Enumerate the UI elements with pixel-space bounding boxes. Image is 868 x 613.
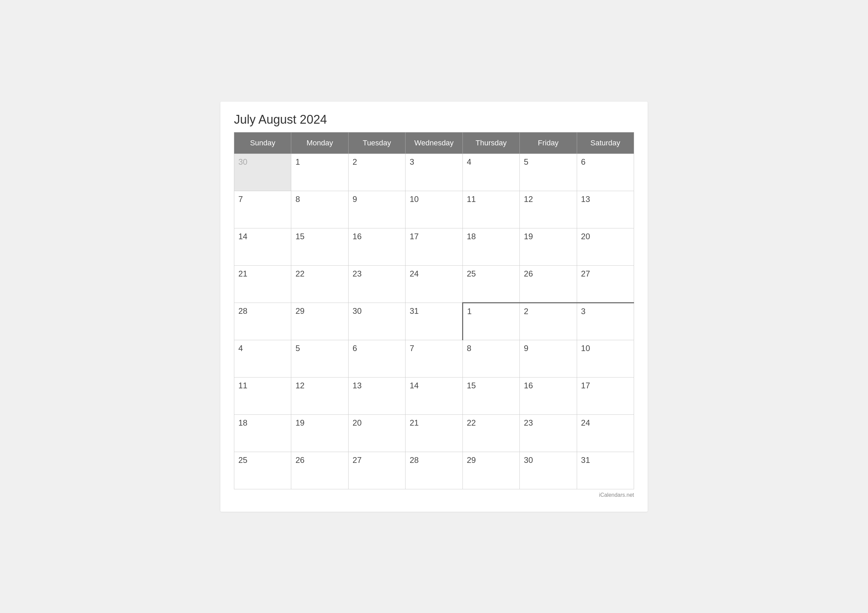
calendar-day[interactable]: 30	[520, 452, 577, 489]
calendar-day[interactable]: 20	[577, 228, 634, 265]
calendar-day[interactable]: 25	[234, 452, 291, 489]
calendar-day[interactable]: 11	[234, 377, 291, 415]
calendar-day[interactable]: 21	[406, 415, 462, 452]
calendar-day[interactable]: 26	[520, 265, 577, 303]
calendar-day[interactable]: 28	[406, 452, 462, 489]
calendar-day[interactable]: 14	[406, 377, 462, 415]
calendar-day[interactable]: 15	[291, 228, 348, 265]
calendar-day[interactable]: 30	[348, 303, 405, 340]
calendar-day[interactable]: 16	[520, 377, 577, 415]
header-cell-wednesday: Wednesday	[406, 132, 462, 153]
calendar-day[interactable]: 28	[234, 303, 291, 340]
header-cell-sunday: Sunday	[234, 132, 291, 153]
calendar-day[interactable]: 12	[520, 191, 577, 228]
calendar-day[interactable]: 7	[406, 340, 462, 377]
calendar-day[interactable]: 8	[462, 340, 519, 377]
calendar-day[interactable]: 3	[406, 153, 462, 191]
calendar-day[interactable]: 5	[520, 153, 577, 191]
calendar-day[interactable]: 18	[462, 228, 519, 265]
calendar-day[interactable]: 2	[520, 303, 577, 340]
calendar-day[interactable]: 17	[577, 377, 634, 415]
header-cell-thursday: Thursday	[462, 132, 519, 153]
calendar-day[interactable]: 12	[291, 377, 348, 415]
calendar-day[interactable]: 20	[348, 415, 405, 452]
week-row: 28293031123	[234, 303, 634, 340]
week-row: 78910111213	[234, 191, 634, 228]
header-cell-tuesday: Tuesday	[348, 132, 405, 153]
calendar-day[interactable]: 26	[291, 452, 348, 489]
calendar-day[interactable]: 15	[462, 377, 519, 415]
calendar-day[interactable]: 21	[234, 265, 291, 303]
calendar-day[interactable]: 17	[406, 228, 462, 265]
week-row: 11121314151617	[234, 377, 634, 415]
calendar-day[interactable]: 27	[348, 452, 405, 489]
calendar-day[interactable]: 22	[462, 415, 519, 452]
calendar-day[interactable]: 19	[291, 415, 348, 452]
calendar-day[interactable]: 8	[291, 191, 348, 228]
calendar-day[interactable]: 19	[520, 228, 577, 265]
calendar-header: SundayMondayTuesdayWednesdayThursdayFrid…	[234, 132, 634, 153]
calendar-day[interactable]: 5	[291, 340, 348, 377]
calendar-day[interactable]: 1	[462, 303, 519, 340]
calendar-day[interactable]: 29	[291, 303, 348, 340]
week-row: 14151617181920	[234, 228, 634, 265]
calendar-day[interactable]: 16	[348, 228, 405, 265]
calendar-day[interactable]: 29	[462, 452, 519, 489]
calendar-day[interactable]: 23	[520, 415, 577, 452]
calendar-table: SundayMondayTuesdayWednesdayThursdayFrid…	[234, 132, 634, 489]
header-cell-friday: Friday	[520, 132, 577, 153]
header-cell-saturday: Saturday	[577, 132, 634, 153]
week-row: 45678910	[234, 340, 634, 377]
calendar-day[interactable]: 25	[462, 265, 519, 303]
calendar-day[interactable]: 4	[462, 153, 519, 191]
week-row: 25262728293031	[234, 452, 634, 489]
calendar-title: July August 2024	[234, 113, 634, 127]
calendar-day[interactable]: 18	[234, 415, 291, 452]
calendar-day[interactable]: 14	[234, 228, 291, 265]
calendar-body: 3012345678910111213141516171819202122232…	[234, 153, 634, 489]
calendar-day[interactable]: 4	[234, 340, 291, 377]
header-cell-monday: Monday	[291, 132, 348, 153]
calendar-day[interactable]: 9	[348, 191, 405, 228]
calendar-day[interactable]: 24	[406, 265, 462, 303]
calendar-day[interactable]: 9	[520, 340, 577, 377]
calendar-day[interactable]: 10	[406, 191, 462, 228]
week-row: 21222324252627	[234, 265, 634, 303]
week-row: 18192021222324	[234, 415, 634, 452]
calendar-day[interactable]: 23	[348, 265, 405, 303]
calendar-day[interactable]: 13	[348, 377, 405, 415]
calendar-day[interactable]: 30	[234, 153, 291, 191]
calendar-day[interactable]: 27	[577, 265, 634, 303]
calendar-day[interactable]: 22	[291, 265, 348, 303]
calendar-day[interactable]: 7	[234, 191, 291, 228]
calendar-day[interactable]: 6	[577, 153, 634, 191]
calendar-day[interactable]: 2	[348, 153, 405, 191]
calendar-container: July August 2024 SundayMondayTuesdayWedn…	[220, 102, 648, 512]
calendar-day[interactable]: 13	[577, 191, 634, 228]
header-row: SundayMondayTuesdayWednesdayThursdayFrid…	[234, 132, 634, 153]
calendar-day[interactable]: 1	[291, 153, 348, 191]
watermark: iCalendars.net	[234, 492, 634, 498]
calendar-day[interactable]: 6	[348, 340, 405, 377]
calendar-day[interactable]: 24	[577, 415, 634, 452]
calendar-day[interactable]: 31	[577, 452, 634, 489]
calendar-day[interactable]: 10	[577, 340, 634, 377]
week-row: 30123456	[234, 153, 634, 191]
calendar-day[interactable]: 3	[577, 303, 634, 340]
calendar-day[interactable]: 11	[462, 191, 519, 228]
calendar-day[interactable]: 31	[406, 303, 462, 340]
